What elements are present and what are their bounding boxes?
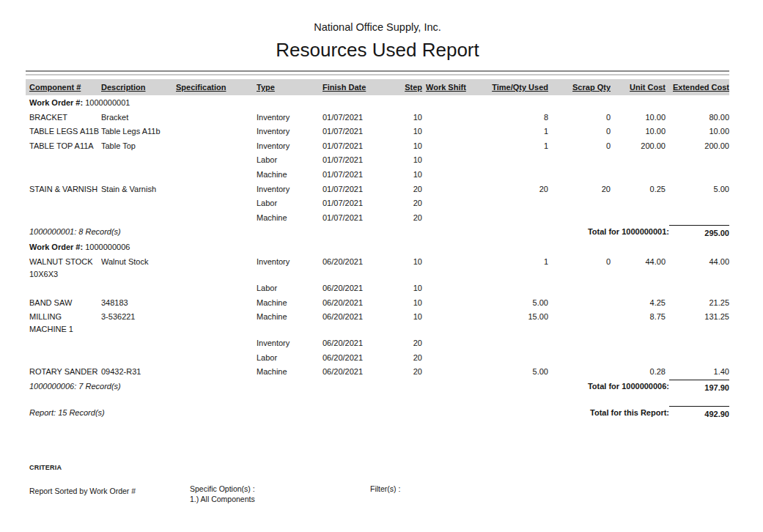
cell-extended_cost [666,167,729,169]
cell-description [101,167,176,169]
cell-description: 348183 [101,295,176,309]
cell-unit_cost: 4.25 [611,295,666,309]
table-header-row: Component #DescriptionSpecificationTypeF… [26,79,729,95]
cell-time_qty [486,167,548,169]
cell-work_shift [422,110,486,111]
work-order-label: Work Order #: 1000000001 [26,95,729,109]
cell-step: 20 [392,196,422,210]
cell-work_shift [422,364,486,366]
cell-type: Inventory [257,336,322,350]
table-row: Labor01/07/202120 [26,196,729,210]
cell-specification [176,350,257,352]
col-header-finish_date: Finish Date [322,79,392,95]
cell-component [26,196,101,197]
cell-time_qty [486,281,548,282]
cell-time_qty [486,152,548,154]
subtotal-row: 1000000006: 7 Record(s)Total for 1000000… [26,379,729,394]
cell-extended_cost: 21.25 [666,295,729,309]
cell-specification [176,295,257,297]
cell-unit_cost [611,336,666,337]
col-header-time_qty: Time/Qty Used [486,79,548,95]
cell-unit_cost [611,350,666,352]
cell-step: 10 [392,281,422,295]
cell-extended_cost [666,336,729,337]
table-row: MILLING MACHINE 13-536221Machine06/20/20… [26,309,729,336]
table-row: Machine01/07/202120 [26,210,729,225]
total-label: Total for this Report: [378,405,669,419]
record-count: 1000000006: 7 Record(s) [26,379,378,393]
cell-scrap_qty [548,336,611,337]
col-header-scrap_qty: Scrap Qty [548,79,611,95]
cell-type: Labor [257,196,322,210]
cell-step: 10 [392,138,422,152]
cell-component [26,167,101,169]
cell-finish_date: 06/20/2021 [322,364,392,378]
cell-type: Inventory [257,124,322,138]
cell-scrap_qty [548,167,611,169]
cell-extended_cost: 131.25 [666,309,729,323]
record-count: Report: 15 Record(s) [26,405,378,419]
cell-time_qty: 1 [486,138,548,152]
cell-type: Inventory [257,110,322,124]
cell-work_shift [422,281,486,282]
cell-unit_cost: 10.00 [611,124,666,138]
cell-work_shift [422,196,486,197]
total-value: 295.00 [669,225,729,240]
cell-time_qty: 15.00 [486,309,548,323]
cell-scrap_qty [548,309,611,311]
table-row: ROTARY SANDER09432-R31Machine06/20/20212… [26,364,729,379]
cell-finish_date: 06/20/2021 [322,254,392,268]
report-total-row: Report: 15 Record(s)Total for this Repor… [26,405,729,421]
cell-extended_cost [666,196,729,197]
col-header-specification: Specification [176,79,257,95]
cell-specification [176,182,257,183]
cell-description [101,152,176,154]
cell-time_qty [486,210,548,212]
cell-description: Table Legs A11b [101,124,176,138]
cell-finish_date: 06/20/2021 [322,336,392,350]
cell-description: Stain & Varnish [101,182,176,196]
table-row: TABLE TOP A11ATable TopInventory01/07/20… [26,138,729,153]
cell-scrap_qty: 0 [548,110,611,124]
cell-step: 10 [392,309,422,323]
cell-unit_cost: 200.00 [611,138,666,152]
cell-type: Labor [257,281,322,295]
cell-step: 10 [392,167,422,181]
col-header-component: Component # [26,79,101,95]
total-value: 197.90 [669,380,729,394]
cell-time_qty: 1 [486,254,548,268]
cell-finish_date: 01/07/2021 [322,124,392,138]
work-order-label: Work Order #: 1000000006 [26,240,729,254]
cell-component: ROTARY SANDER [26,364,101,378]
cell-step: 10 [392,254,422,268]
cell-description [101,210,176,212]
criteria-filters: Filter(s) : [370,484,400,494]
cell-time_qty: 20 [486,182,548,196]
cell-component: TABLE TOP A11A [26,138,101,152]
cell-scrap_qty [548,210,611,212]
cell-work_shift [422,167,486,169]
cell-unit_cost: 44.00 [611,254,666,268]
cell-scrap_qty: 0 [548,138,611,152]
cell-type: Machine [257,295,322,309]
total-label: Total for 1000000001: [378,224,669,238]
cell-unit_cost: 0.25 [611,182,666,196]
col-header-type: Type [257,79,322,95]
cell-type: Machine [257,309,322,323]
cell-unit_cost [611,167,666,169]
cell-time_qty: 8 [486,110,548,124]
work-order-header-row: Work Order #: 1000000006 [26,240,729,254]
cell-description: 3-536221 [101,309,176,323]
criteria-sorted-by: Report Sorted by Work Order # [29,486,136,496]
cell-type: Inventory [257,182,322,196]
cell-step: 20 [392,350,422,364]
cell-unit_cost [611,281,666,282]
cell-description [101,336,176,337]
cell-component [26,152,101,154]
cell-description [101,281,176,282]
cell-specification [176,110,257,111]
cell-description: Bracket [101,110,176,124]
cell-specification [176,210,257,212]
cell-finish_date: 06/20/2021 [322,281,392,295]
cell-component [26,281,101,282]
